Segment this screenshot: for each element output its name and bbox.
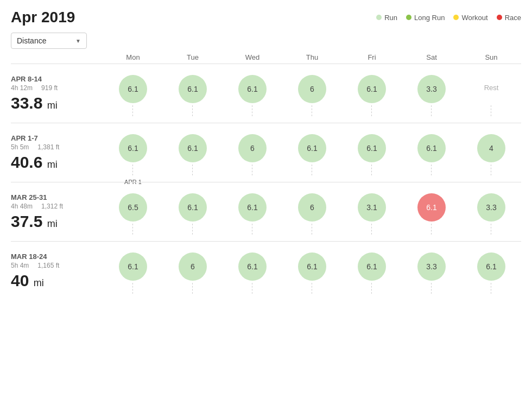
run-circle[interactable]: 6.1 xyxy=(358,252,386,281)
calendar-grid: MonTueWedThuFriSatSun APR 8-144h 12m919 … xyxy=(11,49,521,300)
run-circle[interactable]: 6.1 xyxy=(238,252,267,281)
chevron-down-icon: ▼ xyxy=(75,38,81,44)
day-cell: 6.1 xyxy=(282,130,342,175)
week-row: MAR 18-245h 4m1,165 ft40 mi6.166.16.16.1… xyxy=(11,241,521,300)
week-elevation: 1,312 ft xyxy=(41,203,63,210)
day-cell: 6.1APR 1 xyxy=(103,130,163,175)
day-cell: 6.1 xyxy=(223,71,282,116)
legend: RunLong RunWorkoutRace xyxy=(376,14,521,22)
week-meta: 4h 12m919 ft xyxy=(11,84,103,92)
legend-label: Workout xyxy=(461,14,487,22)
day-cell: 6.5 xyxy=(103,189,163,235)
run-circle[interactable]: 6.1 xyxy=(417,134,446,162)
week-distance-unit: mi xyxy=(34,277,44,288)
legend-dot xyxy=(376,15,382,20)
legend-item: Workout xyxy=(453,14,487,22)
day-cell: 6.1 xyxy=(163,130,223,175)
run-circle[interactable]: 6.1 xyxy=(119,134,147,162)
run-circle[interactable]: 6 xyxy=(238,134,267,162)
week-meta: 5h 4m1,165 ft xyxy=(11,262,103,269)
dropdown-label: Distance xyxy=(17,36,46,45)
day-header: Sun xyxy=(461,53,521,61)
run-circle[interactable]: 6 xyxy=(298,75,326,103)
run-circle[interactable]: 6 xyxy=(298,193,326,222)
run-circle[interactable]: 6.1 xyxy=(179,134,207,162)
page-title: Apr 2019 xyxy=(11,9,75,26)
day-cell: 6 xyxy=(223,130,282,175)
week-elevation: 1,381 ft xyxy=(37,143,59,151)
page-header: Apr 2019 RunLong RunWorkoutRace xyxy=(0,0,532,30)
run-circle[interactable]: 6.1 xyxy=(358,134,386,162)
day-cell: 6.1 xyxy=(461,248,521,294)
day-cell: 6 xyxy=(282,71,342,116)
day-cell: 6.1 xyxy=(402,189,461,235)
week-info-header xyxy=(11,53,103,61)
run-circle[interactable]: 6.1 xyxy=(298,134,326,162)
week-duration: 5h 4m xyxy=(11,262,29,269)
run-circle[interactable]: 6.1 xyxy=(238,75,267,103)
day-header: Mon xyxy=(103,53,163,61)
week-duration: 5h 5m xyxy=(11,143,29,151)
day-cell: 3.3 xyxy=(402,248,461,294)
day-cell: 6.1 xyxy=(163,189,223,235)
day-header: Sat xyxy=(402,53,461,61)
legend-dot xyxy=(406,15,411,20)
run-circle[interactable]: 4 xyxy=(477,134,505,162)
week-distance-unit: mi xyxy=(47,100,58,111)
legend-label: Long Run xyxy=(414,14,445,22)
week-distance: 37.5 mi xyxy=(11,212,103,230)
weeks-container: APR 8-144h 12m919 ft33.8 mi6.16.16.166.1… xyxy=(11,64,521,300)
week-info: MAR 18-245h 4m1,165 ft40 mi xyxy=(11,248,103,294)
week-row: MAR 25-314h 48m1,312 ft37.5 mi6.56.16.16… xyxy=(11,182,521,241)
day-cell: 6.1 xyxy=(103,248,163,294)
rest-label: Rest xyxy=(484,75,499,92)
run-circle[interactable]: 6.1 xyxy=(298,252,326,281)
run-circle[interactable]: 6.1 xyxy=(119,75,147,103)
day-cell: 4 xyxy=(461,130,521,175)
day-header: Thu xyxy=(282,53,342,61)
run-circle[interactable]: 3.3 xyxy=(477,193,505,222)
run-circle[interactable]: 6.1 xyxy=(119,252,147,281)
run-circle[interactable]: 6.1 xyxy=(179,193,207,222)
week-meta: 4h 48m1,312 ft xyxy=(11,203,103,210)
day-cell: 6.1 xyxy=(223,248,282,294)
day-cell: 3.3 xyxy=(402,71,461,116)
day-cell: 6.1 xyxy=(342,248,402,294)
week-elevation: 1,165 ft xyxy=(37,262,59,269)
legend-dot xyxy=(497,15,502,20)
run-circle[interactable]: 6.5 xyxy=(119,193,147,222)
week-meta: 5h 5m1,381 ft xyxy=(11,143,103,151)
day-cell: 6 xyxy=(163,248,223,294)
run-circle[interactable]: 3.3 xyxy=(417,75,446,103)
run-circle[interactable]: 3.1 xyxy=(358,193,386,222)
week-info: MAR 25-314h 48m1,312 ft37.5 mi xyxy=(11,189,103,235)
run-circle[interactable]: 6.1 xyxy=(477,252,505,281)
day-cell: 6 xyxy=(282,189,342,235)
day-cell: 6.1 xyxy=(342,71,402,116)
day-header: Tue xyxy=(163,53,223,61)
run-circle[interactable]: 3.3 xyxy=(417,252,446,281)
distance-dropdown[interactable]: Distance ▼ xyxy=(11,33,87,49)
day-cell: 6.1 xyxy=(163,71,223,116)
week-info: APR 1-75h 5m1,381 ft40.6 mi xyxy=(11,130,103,175)
run-circle[interactable]: 6 xyxy=(179,252,207,281)
week-label: APR 1-7 xyxy=(11,134,103,142)
day-cell: Rest xyxy=(461,71,521,116)
week-label: MAR 18-24 xyxy=(11,252,103,261)
week-info: APR 8-144h 12m919 ft33.8 mi xyxy=(11,71,103,116)
run-circle[interactable]: 6.1 xyxy=(417,193,446,222)
run-circle[interactable]: 6.1 xyxy=(179,75,207,103)
day-cell: 3.3 xyxy=(461,189,521,235)
week-row: APR 8-144h 12m919 ft33.8 mi6.16.16.166.1… xyxy=(11,64,521,123)
week-elevation: 919 ft xyxy=(41,84,58,92)
day-cell: 6.1 xyxy=(402,130,461,175)
legend-dot xyxy=(453,15,459,20)
run-circle[interactable]: 6.1 xyxy=(238,193,267,222)
run-circle[interactable]: 6.1 xyxy=(358,75,386,103)
week-label: MAR 25-31 xyxy=(11,193,103,201)
week-distance-unit: mi xyxy=(47,218,58,229)
day-header: Wed xyxy=(223,53,282,61)
legend-item: Race xyxy=(497,14,521,22)
day-cell: 6.1 xyxy=(282,248,342,294)
day-cell: 6.1 xyxy=(342,130,402,175)
